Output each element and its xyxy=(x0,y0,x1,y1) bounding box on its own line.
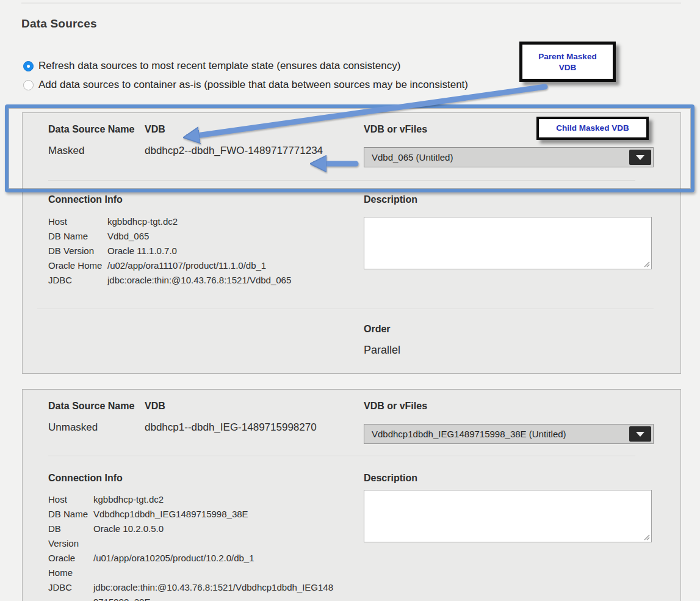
section-divider xyxy=(48,180,635,181)
vdb-or-vfiles-header: VDB or vFiles xyxy=(364,401,427,412)
connection-row-value: Vdbd_065 xyxy=(107,229,291,244)
connection-row-value: /u02/app/ora11107/product/11.1.0/db_1 xyxy=(107,258,291,273)
vdb-header: VDB xyxy=(145,401,165,412)
radio-unselected-icon[interactable] xyxy=(23,80,34,90)
connection-row-value: kgbbdhcp-tgt.dc2 xyxy=(93,492,336,507)
section-divider xyxy=(37,308,654,309)
connection-row-value: Oracle 10.2.0.5.0 xyxy=(93,522,336,551)
order-header: Order xyxy=(364,324,391,335)
connection-row-label: JDBC xyxy=(48,273,107,288)
section-divider xyxy=(48,456,635,456)
connection-row-label: Oracle Home xyxy=(48,551,93,580)
parent-masked-vdb-callout: Parent Masked VDB xyxy=(519,42,616,82)
data-source-name-value: Masked xyxy=(48,145,85,157)
connection-row-label: DB Name xyxy=(48,507,93,522)
vdb-select-button[interactable] xyxy=(629,150,651,165)
radio-option-add-label: Add data sources to container as-is (pos… xyxy=(38,79,468,91)
data-source-name-header: Data Source Name xyxy=(48,401,134,412)
callout-text: Child Masked VDB xyxy=(539,119,646,137)
page-title: Data Sources xyxy=(21,17,97,31)
connection-row-label: DB Version xyxy=(48,522,93,551)
vdb-header: VDB xyxy=(145,124,165,135)
connection-row-label: Oracle Home xyxy=(48,258,107,273)
connection-row-value: jdbc:oracle:thin:@10.43.76.8:1521/Vdbd_0… xyxy=(107,273,291,288)
vdb-value: dbdhcp2--dbdh_FWO-1489717771234 xyxy=(145,145,323,157)
description-header: Description xyxy=(364,194,417,205)
vdb-select-value: Vdbd_065 (Untitled) xyxy=(372,152,453,162)
connection-row-label: Host xyxy=(48,492,93,507)
description-field-wrap xyxy=(364,217,652,269)
vdb-select-value: Vdbdhcp1dbdh_IEG1489715998_38E (Untitled… xyxy=(372,429,566,439)
unmasked-data-source-panel: Data Source Name VDB Unmasked dbdhcp1--d… xyxy=(22,389,681,601)
vdb-value: dbdhcp1--dbdh_IEG-1489715998270 xyxy=(145,421,317,434)
radio-selected-icon[interactable] xyxy=(23,61,34,71)
data-source-name-header: Data Source Name xyxy=(48,124,134,135)
masked-data-source-panel: Data Source Name VDB Masked dbdhcp2--dbd… xyxy=(22,112,681,374)
description-textarea[interactable] xyxy=(364,490,652,542)
chevron-down-icon xyxy=(636,432,644,437)
connection-row-value: Vdbdhcp1dbdh_IEG1489715998_38E xyxy=(93,507,336,522)
connection-info-header: Connection Info xyxy=(48,473,123,484)
connection-info-table: Host kgbbdhcp-tgt.dc2 DB Name Vdbd_065 D… xyxy=(48,214,291,288)
connection-info-table: Host kgbbdhcp-tgt.dc2 DB Name Vdbdhcp1db… xyxy=(48,492,336,601)
top-divider xyxy=(21,2,681,4)
callout-text: Parent Masked xyxy=(522,51,613,62)
connection-row-value: /u01/app/ora10205/product/10.2.0/db_1 xyxy=(93,551,336,580)
connection-row-label: Host xyxy=(48,214,107,229)
data-sources-page: Data Sources Refresh data sources to mos… xyxy=(0,0,700,601)
connection-row-label: DB Name xyxy=(48,229,107,244)
connection-row-value: jdbc:oracle:thin:@10.43.76.8:1521/Vdbdhc… xyxy=(93,580,336,601)
vdb-select-button[interactable] xyxy=(629,426,651,442)
vdb-select[interactable]: Vdbdhcp1dbdh_IEG1489715998_38E (Untitled… xyxy=(364,424,654,444)
order-value: Parallel xyxy=(364,344,400,357)
callout-text: VDB xyxy=(522,62,613,73)
description-header: Description xyxy=(364,473,417,484)
vdb-select[interactable]: Vdbd_065 (Untitled) xyxy=(364,147,654,167)
chevron-down-icon xyxy=(636,155,644,160)
vdb-or-vfiles-header: VDB or vFiles xyxy=(364,124,427,135)
description-textarea[interactable] xyxy=(364,217,652,269)
connection-info-header: Connection Info xyxy=(48,194,123,205)
data-source-name-value: Unmasked xyxy=(48,421,98,434)
connection-row-label: DB Version xyxy=(48,244,107,258)
radio-option-refresh-label: Refresh data sources to most recent temp… xyxy=(38,60,400,72)
child-masked-vdb-callout: Child Masked VDB xyxy=(536,117,649,140)
description-field-wrap xyxy=(364,490,652,542)
connection-row-value: kgbbdhcp-tgt.dc2 xyxy=(107,214,291,229)
connection-row-value: Oracle 11.1.0.7.0 xyxy=(107,244,291,258)
connection-row-label: JDBC xyxy=(48,580,93,601)
